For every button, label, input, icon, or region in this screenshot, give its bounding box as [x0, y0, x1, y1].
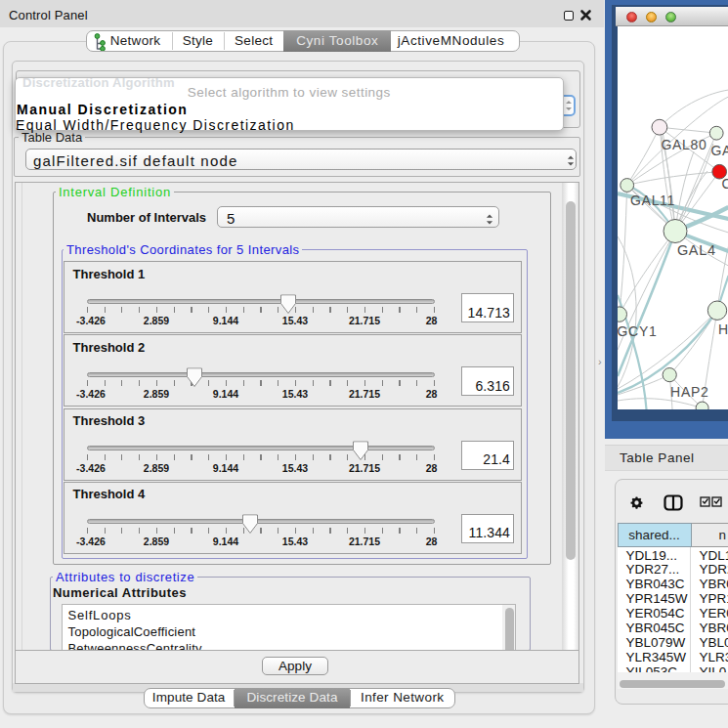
svg-text:GAL80: GAL80 — [661, 137, 707, 152]
svg-text:C: C — [721, 176, 728, 192]
svg-text:GAL4: GAL4 — [676, 242, 715, 258]
svg-text:GA: GA — [710, 143, 728, 158]
svg-text:HAP2: HAP2 — [670, 384, 708, 400]
svg-text:H: H — [717, 321, 728, 337]
svg-text:GCY1: GCY1 — [618, 323, 657, 339]
svg-text:GAL11: GAL11 — [630, 193, 675, 208]
